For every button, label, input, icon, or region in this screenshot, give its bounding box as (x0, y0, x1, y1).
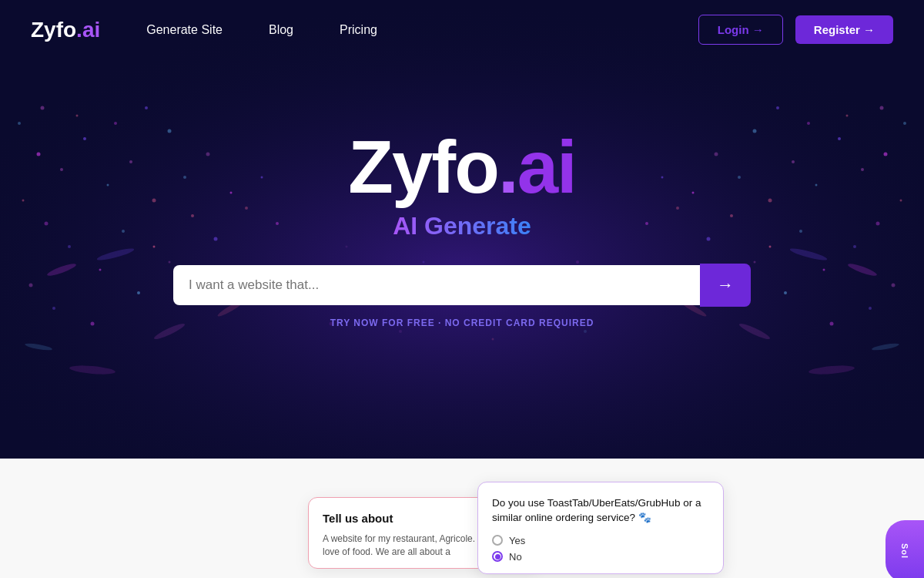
purple-pill: Sol (886, 520, 924, 578)
svg-point-64 (847, 261, 878, 277)
hero-search-row: → (173, 264, 751, 307)
card-do-you-use: Do you use ToastTab/UberEats/GrubHub or … (477, 482, 724, 574)
svg-point-40 (861, 168, 864, 171)
svg-point-12 (122, 230, 125, 233)
hero-subtitle: AI Generate (393, 212, 531, 240)
nav-generate-link[interactable]: Generate Site (146, 23, 223, 36)
svg-point-87 (399, 330, 402, 333)
radio-yes[interactable]: Yes (492, 535, 709, 546)
svg-point-16 (91, 322, 95, 326)
navbar: Zyfo.ai Generate Site Blog Pricing Login… (0, 0, 924, 59)
svg-point-45 (792, 160, 795, 163)
hero-title-zyfo: Zyfo (348, 126, 498, 208)
svg-point-30 (114, 122, 117, 125)
svg-point-18 (169, 261, 171, 264)
svg-point-27 (18, 122, 21, 125)
logo-link[interactable]: Zyfo.ai (31, 18, 100, 42)
svg-point-11 (99, 269, 102, 271)
radio-circle-yes (492, 535, 503, 546)
nav-actions: Login → Register → (698, 15, 893, 45)
svg-point-52 (869, 307, 872, 310)
svg-point-7 (107, 184, 109, 187)
register-button[interactable]: Register → (795, 15, 893, 44)
svg-point-50 (892, 284, 896, 287)
svg-point-68 (808, 364, 855, 375)
svg-point-41 (900, 200, 902, 202)
svg-point-51 (769, 246, 772, 248)
svg-point-43 (876, 222, 880, 226)
svg-point-17 (137, 291, 140, 294)
nav-links: Generate Site Blog Pricing (146, 23, 698, 37)
svg-point-66 (872, 342, 899, 351)
svg-point-72 (846, 115, 849, 117)
svg-point-44 (815, 184, 818, 187)
hero-section: Zyfo.ai AI Generate → TRY NOW FOR FREE ·… (0, 0, 924, 459)
svg-point-46 (768, 199, 772, 203)
search-button[interactable]: → (700, 264, 751, 307)
bottom-section: Tell us about A website for my restauran… (0, 459, 924, 578)
svg-point-53 (830, 322, 834, 326)
svg-point-35 (25, 342, 52, 351)
svg-point-9 (152, 199, 156, 203)
hero-title-ai: ai (517, 126, 576, 208)
svg-point-55 (754, 261, 756, 264)
svg-point-31 (145, 106, 148, 109)
hero-title-dot: . (498, 126, 517, 208)
radio-options: Yes No (492, 535, 709, 563)
logo-ai: ai (82, 18, 100, 42)
svg-point-34 (96, 247, 135, 263)
logo-dot: . (76, 18, 82, 42)
svg-point-71 (880, 106, 884, 110)
radio-yes-label: Yes (509, 535, 525, 546)
svg-point-39 (884, 153, 888, 156)
hero-title: Zyfo.ai (348, 130, 575, 204)
svg-point-73 (807, 122, 810, 125)
svg-point-6 (45, 222, 49, 226)
logo-zyfo: Zyfo (31, 18, 76, 42)
svg-point-65 (789, 247, 828, 263)
svg-point-70 (903, 122, 906, 125)
hero-content: Zyfo.ai AI Generate → TRY NOW FOR FREE ·… (173, 130, 751, 328)
search-input[interactable] (173, 265, 700, 305)
login-button[interactable]: Login → (698, 15, 783, 45)
nav-blog-link[interactable]: Blog (269, 23, 293, 36)
svg-point-85 (584, 330, 587, 333)
svg-point-4 (22, 200, 25, 202)
svg-point-10 (68, 245, 71, 248)
nav-item-blog[interactable]: Blog (269, 23, 293, 37)
radio-no-label: No (509, 551, 522, 563)
nav-pricing-link[interactable]: Pricing (340, 23, 377, 36)
hero-tagline: TRY NOW FOR FREE · NO CREDIT CARD REQUIR… (330, 318, 594, 328)
svg-point-47 (853, 245, 856, 248)
svg-point-32 (168, 129, 172, 133)
svg-point-75 (753, 129, 757, 133)
svg-point-86 (492, 338, 494, 341)
svg-point-33 (46, 261, 77, 277)
svg-point-42 (838, 137, 841, 140)
svg-point-49 (799, 230, 802, 233)
radio-circle-no (492, 551, 503, 562)
svg-point-2 (37, 153, 41, 156)
svg-point-74 (776, 106, 779, 109)
nav-item-generate[interactable]: Generate Site (146, 23, 223, 37)
svg-point-15 (52, 307, 55, 310)
svg-point-13 (29, 284, 33, 287)
svg-point-54 (784, 291, 787, 294)
svg-point-3 (60, 168, 63, 171)
arrow-right-icon: → (717, 275, 734, 295)
svg-point-5 (83, 137, 86, 140)
svg-point-28 (41, 106, 45, 110)
svg-point-48 (823, 269, 825, 271)
svg-point-8 (129, 160, 132, 163)
svg-point-37 (69, 364, 116, 375)
pill-text: Sol (900, 543, 909, 559)
nav-item-pricing[interactable]: Pricing (340, 23, 377, 37)
card-question: Do you use ToastTab/UberEats/GrubHub or … (492, 496, 709, 526)
svg-point-14 (153, 246, 156, 248)
radio-no[interactable]: No (492, 551, 709, 563)
svg-point-29 (76, 115, 79, 117)
